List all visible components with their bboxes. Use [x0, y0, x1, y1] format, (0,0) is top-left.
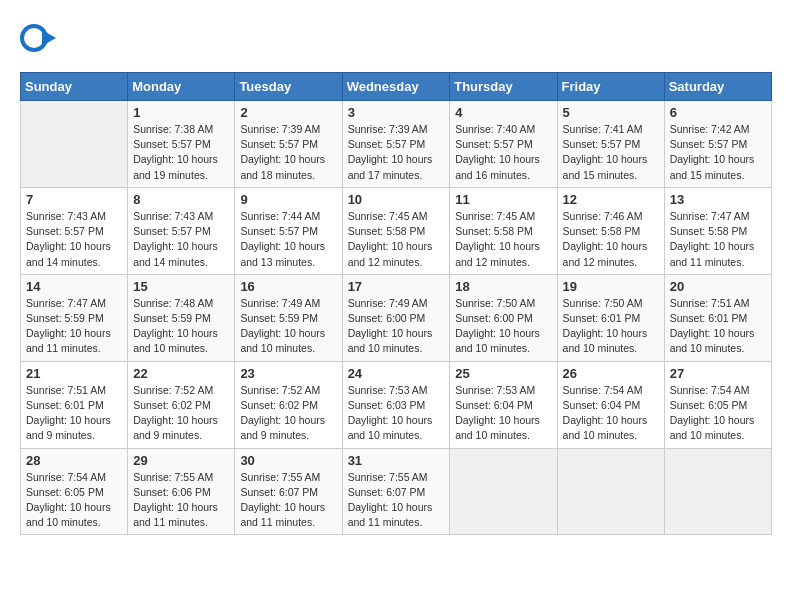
calendar-cell	[557, 448, 664, 535]
day-number: 22	[133, 366, 229, 381]
day-number: 9	[240, 192, 336, 207]
calendar-cell: 23Sunrise: 7:52 AM Sunset: 6:02 PM Dayli…	[235, 361, 342, 448]
day-number: 29	[133, 453, 229, 468]
calendar-cell: 20Sunrise: 7:51 AM Sunset: 6:01 PM Dayli…	[664, 274, 771, 361]
calendar-cell: 24Sunrise: 7:53 AM Sunset: 6:03 PM Dayli…	[342, 361, 450, 448]
day-number: 6	[670, 105, 766, 120]
calendar-cell: 3Sunrise: 7:39 AM Sunset: 5:57 PM Daylig…	[342, 101, 450, 188]
day-number: 3	[348, 105, 445, 120]
calendar-cell: 4Sunrise: 7:40 AM Sunset: 5:57 PM Daylig…	[450, 101, 557, 188]
day-info: Sunrise: 7:49 AM Sunset: 5:59 PM Dayligh…	[240, 296, 336, 357]
day-info: Sunrise: 7:40 AM Sunset: 5:57 PM Dayligh…	[455, 122, 551, 183]
page-header	[20, 20, 772, 56]
calendar-cell	[450, 448, 557, 535]
calendar-cell: 6Sunrise: 7:42 AM Sunset: 5:57 PM Daylig…	[664, 101, 771, 188]
day-info: Sunrise: 7:45 AM Sunset: 5:58 PM Dayligh…	[348, 209, 445, 270]
day-number: 30	[240, 453, 336, 468]
weekday-header-saturday: Saturday	[664, 73, 771, 101]
calendar-cell: 10Sunrise: 7:45 AM Sunset: 5:58 PM Dayli…	[342, 187, 450, 274]
weekday-header-monday: Monday	[128, 73, 235, 101]
day-info: Sunrise: 7:39 AM Sunset: 5:57 PM Dayligh…	[348, 122, 445, 183]
weekday-header-tuesday: Tuesday	[235, 73, 342, 101]
day-number: 7	[26, 192, 122, 207]
day-info: Sunrise: 7:54 AM Sunset: 6:04 PM Dayligh…	[563, 383, 659, 444]
logo-icon	[20, 20, 56, 56]
day-number: 8	[133, 192, 229, 207]
logo	[20, 20, 60, 56]
calendar-cell: 22Sunrise: 7:52 AM Sunset: 6:02 PM Dayli…	[128, 361, 235, 448]
day-info: Sunrise: 7:44 AM Sunset: 5:57 PM Dayligh…	[240, 209, 336, 270]
day-info: Sunrise: 7:55 AM Sunset: 6:07 PM Dayligh…	[348, 470, 445, 531]
day-info: Sunrise: 7:55 AM Sunset: 6:07 PM Dayligh…	[240, 470, 336, 531]
day-number: 27	[670, 366, 766, 381]
day-info: Sunrise: 7:45 AM Sunset: 5:58 PM Dayligh…	[455, 209, 551, 270]
day-info: Sunrise: 7:54 AM Sunset: 6:05 PM Dayligh…	[26, 470, 122, 531]
calendar-cell	[664, 448, 771, 535]
calendar-cell: 26Sunrise: 7:54 AM Sunset: 6:04 PM Dayli…	[557, 361, 664, 448]
calendar-cell: 11Sunrise: 7:45 AM Sunset: 5:58 PM Dayli…	[450, 187, 557, 274]
day-number: 2	[240, 105, 336, 120]
calendar-cell: 12Sunrise: 7:46 AM Sunset: 5:58 PM Dayli…	[557, 187, 664, 274]
calendar-week-row: 21Sunrise: 7:51 AM Sunset: 6:01 PM Dayli…	[21, 361, 772, 448]
day-number: 25	[455, 366, 551, 381]
day-number: 26	[563, 366, 659, 381]
day-number: 4	[455, 105, 551, 120]
calendar-cell: 27Sunrise: 7:54 AM Sunset: 6:05 PM Dayli…	[664, 361, 771, 448]
day-number: 5	[563, 105, 659, 120]
calendar-cell: 19Sunrise: 7:50 AM Sunset: 6:01 PM Dayli…	[557, 274, 664, 361]
calendar-cell: 31Sunrise: 7:55 AM Sunset: 6:07 PM Dayli…	[342, 448, 450, 535]
day-number: 24	[348, 366, 445, 381]
calendar-cell: 1Sunrise: 7:38 AM Sunset: 5:57 PM Daylig…	[128, 101, 235, 188]
day-number: 15	[133, 279, 229, 294]
day-info: Sunrise: 7:43 AM Sunset: 5:57 PM Dayligh…	[26, 209, 122, 270]
calendar-cell: 9Sunrise: 7:44 AM Sunset: 5:57 PM Daylig…	[235, 187, 342, 274]
day-info: Sunrise: 7:47 AM Sunset: 5:58 PM Dayligh…	[670, 209, 766, 270]
day-number: 17	[348, 279, 445, 294]
calendar-cell: 18Sunrise: 7:50 AM Sunset: 6:00 PM Dayli…	[450, 274, 557, 361]
day-info: Sunrise: 7:52 AM Sunset: 6:02 PM Dayligh…	[133, 383, 229, 444]
day-number: 11	[455, 192, 551, 207]
svg-marker-1	[42, 30, 56, 46]
calendar-week-row: 14Sunrise: 7:47 AM Sunset: 5:59 PM Dayli…	[21, 274, 772, 361]
calendar-cell: 21Sunrise: 7:51 AM Sunset: 6:01 PM Dayli…	[21, 361, 128, 448]
calendar-week-row: 28Sunrise: 7:54 AM Sunset: 6:05 PM Dayli…	[21, 448, 772, 535]
calendar-cell: 13Sunrise: 7:47 AM Sunset: 5:58 PM Dayli…	[664, 187, 771, 274]
calendar-cell	[21, 101, 128, 188]
day-info: Sunrise: 7:47 AM Sunset: 5:59 PM Dayligh…	[26, 296, 122, 357]
weekday-header-sunday: Sunday	[21, 73, 128, 101]
calendar-cell: 30Sunrise: 7:55 AM Sunset: 6:07 PM Dayli…	[235, 448, 342, 535]
calendar-cell: 14Sunrise: 7:47 AM Sunset: 5:59 PM Dayli…	[21, 274, 128, 361]
calendar-cell: 16Sunrise: 7:49 AM Sunset: 5:59 PM Dayli…	[235, 274, 342, 361]
calendar-week-row: 7Sunrise: 7:43 AM Sunset: 5:57 PM Daylig…	[21, 187, 772, 274]
day-info: Sunrise: 7:51 AM Sunset: 6:01 PM Dayligh…	[26, 383, 122, 444]
day-number: 12	[563, 192, 659, 207]
calendar-cell: 28Sunrise: 7:54 AM Sunset: 6:05 PM Dayli…	[21, 448, 128, 535]
calendar-cell: 29Sunrise: 7:55 AM Sunset: 6:06 PM Dayli…	[128, 448, 235, 535]
calendar-cell: 15Sunrise: 7:48 AM Sunset: 5:59 PM Dayli…	[128, 274, 235, 361]
day-info: Sunrise: 7:43 AM Sunset: 5:57 PM Dayligh…	[133, 209, 229, 270]
day-info: Sunrise: 7:46 AM Sunset: 5:58 PM Dayligh…	[563, 209, 659, 270]
day-info: Sunrise: 7:48 AM Sunset: 5:59 PM Dayligh…	[133, 296, 229, 357]
day-info: Sunrise: 7:50 AM Sunset: 6:00 PM Dayligh…	[455, 296, 551, 357]
day-info: Sunrise: 7:49 AM Sunset: 6:00 PM Dayligh…	[348, 296, 445, 357]
day-info: Sunrise: 7:42 AM Sunset: 5:57 PM Dayligh…	[670, 122, 766, 183]
weekday-header-thursday: Thursday	[450, 73, 557, 101]
day-info: Sunrise: 7:53 AM Sunset: 6:03 PM Dayligh…	[348, 383, 445, 444]
weekday-header-wednesday: Wednesday	[342, 73, 450, 101]
calendar-cell: 7Sunrise: 7:43 AM Sunset: 5:57 PM Daylig…	[21, 187, 128, 274]
day-number: 1	[133, 105, 229, 120]
day-number: 20	[670, 279, 766, 294]
day-number: 21	[26, 366, 122, 381]
calendar-week-row: 1Sunrise: 7:38 AM Sunset: 5:57 PM Daylig…	[21, 101, 772, 188]
day-info: Sunrise: 7:50 AM Sunset: 6:01 PM Dayligh…	[563, 296, 659, 357]
weekday-header-friday: Friday	[557, 73, 664, 101]
day-info: Sunrise: 7:52 AM Sunset: 6:02 PM Dayligh…	[240, 383, 336, 444]
calendar-cell: 8Sunrise: 7:43 AM Sunset: 5:57 PM Daylig…	[128, 187, 235, 274]
calendar-table: SundayMondayTuesdayWednesdayThursdayFrid…	[20, 72, 772, 535]
day-number: 16	[240, 279, 336, 294]
day-number: 18	[455, 279, 551, 294]
day-info: Sunrise: 7:53 AM Sunset: 6:04 PM Dayligh…	[455, 383, 551, 444]
day-info: Sunrise: 7:54 AM Sunset: 6:05 PM Dayligh…	[670, 383, 766, 444]
day-info: Sunrise: 7:55 AM Sunset: 6:06 PM Dayligh…	[133, 470, 229, 531]
day-number: 10	[348, 192, 445, 207]
